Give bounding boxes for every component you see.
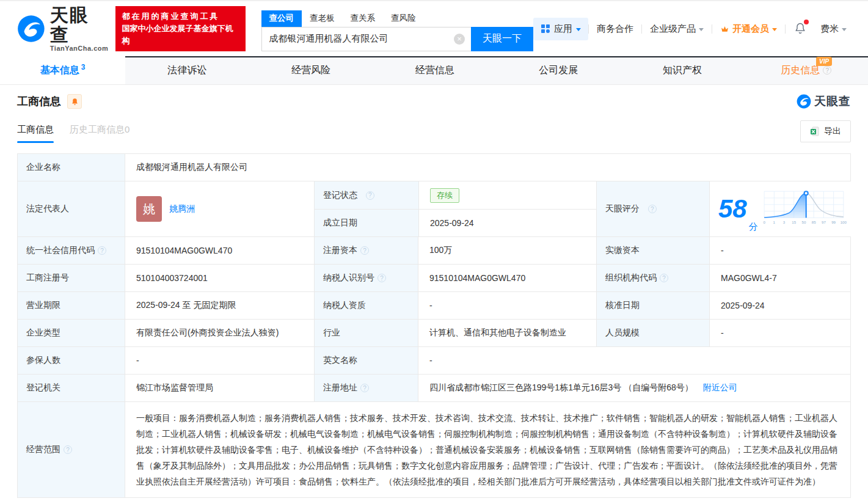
top-header: 天眼查 TianYanCha.com 都在用的商业查询工具 国家中小企业发展子基… <box>0 0 868 56</box>
history-label-wrap: 历史信息 VIP <box>781 64 820 77</box>
tianyancha-logo[interactable]: 天眼查 TianYanCha.com <box>17 5 108 52</box>
search-input-wrap: × <box>261 27 471 51</box>
insured-count-label: 参保人数 <box>18 347 125 374</box>
registration-authority-label: 登记机关 <box>18 375 125 401</box>
search-tab-relation[interactable]: 查关系 <box>343 10 384 27</box>
table-row: 经营范围? 一般项目：服务消费机器人制造；服务消费机器人销售；技术服务、技术开发… <box>18 401 850 497</box>
crown-icon <box>720 24 729 34</box>
svg-text:50: 50 <box>801 220 806 224</box>
subtab-history-business-info[interactable]: 历史工商信息0 <box>70 124 129 143</box>
watermark-text: 天眼查 <box>814 93 851 109</box>
help-icon[interactable]: ? <box>660 274 668 282</box>
help-icon[interactable]: ? <box>64 445 72 454</box>
tab-label: 经营风险 <box>291 64 330 77</box>
english-name-value: - <box>418 347 850 374</box>
english-name-label: 英文名称 <box>314 347 418 374</box>
table-row: 登记机关 锦江市场监督管理局 注册地址? 四川省成都市锦江区三色路199号1栋1… <box>18 374 850 401</box>
section-title: 工商信息 <box>17 94 61 109</box>
search-input[interactable] <box>261 27 471 51</box>
subtab-row: 工商信息 历史工商信息0 导出 <box>0 109 868 146</box>
table-row: 营业期限 2025-09-24 至 无固定期限 纳税人资质 - 核准日期 202… <box>18 291 850 319</box>
legal-rep-link[interactable]: 姚腾洲 <box>169 203 195 214</box>
org-code-label-cell: 组织机构代码? <box>596 265 709 291</box>
search-tab-risk[interactable]: 查风险 <box>383 10 424 27</box>
business-term-value: 2025-09-24 至 无固定期限 <box>125 292 314 319</box>
open-vip-label: 开通会员 <box>732 23 769 35</box>
help-icon[interactable]: ? <box>360 246 369 255</box>
table-row: 参保人数 - 英文名称 - <box>18 346 850 374</box>
help-icon[interactable]: ? <box>823 66 831 75</box>
notification-dot <box>804 20 809 24</box>
bell-icon <box>71 98 79 106</box>
open-vip-menu[interactable]: 开通会员 <box>712 23 785 35</box>
table-row: 工商注册号 510104003724001 纳税人识别号? 91510104MA… <box>18 264 850 291</box>
slogan-line2: 国家中小企业发展子基金旗下机构 <box>122 23 239 47</box>
tab-label: 经营信息 <box>415 64 454 77</box>
search-area: 查公司 查老板 查关系 查风险 × 天眼一下 <box>261 10 533 51</box>
chevron-down-icon <box>576 28 581 31</box>
header-right-menu: 应用 商务合作 企业级产品 开通会员 <box>533 18 855 40</box>
reg-status-label: 登记状态 <box>323 190 357 201</box>
help-icon[interactable]: ? <box>648 205 657 213</box>
insured-count-value: - <box>125 347 314 374</box>
help-icon[interactable]: ? <box>366 191 374 200</box>
business-info-table: 企业名称 成都银河通用机器人有限公司 法定代表人 姚 姚腾洲 登记状态 ? 存续… <box>17 153 851 498</box>
registration-authority-value: 锦江市场监督管理局 <box>125 375 314 401</box>
subscribe-bell-button[interactable] <box>67 94 82 109</box>
nearby-companies-link[interactable]: 附近公司 <box>703 382 737 393</box>
tab-operating-risk[interactable]: 经营风险 <box>249 56 373 84</box>
business-scope-label-cell: 经营范围? <box>18 402 125 497</box>
apps-menu-button[interactable]: 应用 <box>533 18 588 40</box>
chart-x-axis-labels: 0 1 3 15 50 85 97 99 100 <box>763 220 847 224</box>
company-name-value: 成都银河通用机器人有限公司 <box>125 154 850 181</box>
score-value: 58 <box>718 196 747 222</box>
paid-capital-value: - <box>709 237 850 264</box>
taxpayer-id-label-cell: 纳税人识别号? <box>314 265 418 291</box>
taxpayer-qualification-label: 纳税人资质 <box>314 292 418 319</box>
search-button[interactable]: 天眼一下 <box>471 27 533 51</box>
export-button[interactable]: 导出 <box>800 120 851 142</box>
avatar[interactable]: 姚 <box>136 196 162 222</box>
tab-history-info[interactable]: 历史信息 VIP ? <box>744 56 868 84</box>
taxpayer-id-label: 纳税人识别号 <box>323 272 374 283</box>
tab-basic-info[interactable]: 基本信息3 <box>0 56 125 84</box>
staff-size-value: - <box>709 320 850 346</box>
svg-text:15: 15 <box>792 220 796 224</box>
slogan-line1: 都在用的商业查询工具 <box>122 10 239 23</box>
score-cell[interactable]: 58 分 <box>709 181 851 236</box>
reg-status-value-cell: 存续 <box>418 181 596 209</box>
tab-company-development[interactable]: 公司发展 <box>497 56 621 84</box>
search-tab-company[interactable]: 查公司 <box>261 10 302 27</box>
tab-count-badge: 3 <box>81 63 86 71</box>
enterprise-products-menu[interactable]: 企业级产品 <box>642 23 712 35</box>
score-unit: 分 <box>749 221 758 233</box>
user-menu[interactable]: 费米 <box>812 23 855 35</box>
taxpayer-qualification-value: - <box>418 292 596 319</box>
legal-rep-label: 法定代表人 <box>18 181 125 236</box>
registered-address-label: 注册地址 <box>323 382 357 393</box>
tab-label: 法律诉讼 <box>167 64 206 77</box>
notifications-bell-button[interactable] <box>786 22 812 36</box>
registered-capital-label-cell: 注册资本? <box>314 237 418 264</box>
business-cooperation-link[interactable]: 商务合作 <box>589 23 641 35</box>
paid-capital-label: 实缴资本 <box>596 237 709 264</box>
tab-label: 公司发展 <box>539 64 578 77</box>
tianyancha-logo-icon <box>17 15 45 43</box>
tab-intellectual-property[interactable]: 知识产权 <box>621 56 745 84</box>
tab-operating-info[interactable]: 经营信息 <box>373 56 497 84</box>
clear-search-icon[interactable]: × <box>454 34 465 45</box>
help-icon[interactable]: ? <box>377 274 386 282</box>
search-tab-boss[interactable]: 查老板 <box>302 10 343 27</box>
tab-legal-proceedings[interactable]: 法律诉讼 <box>125 56 249 84</box>
help-icon[interactable]: ? <box>360 384 369 392</box>
org-code-value: MAG0GWL4-7 <box>709 265 850 291</box>
svg-text:3: 3 <box>783 220 786 224</box>
table-row: 企业类型 有限责任公司(外商投资企业法人独资) 行业 计算机、通信和其他电子设备… <box>18 319 850 346</box>
subtab-business-info[interactable]: 工商信息 <box>17 124 54 143</box>
tianyancha-watermark: 天眼查 <box>797 93 851 109</box>
score-marker-dot <box>804 191 808 195</box>
search-tabs: 查公司 查老板 查关系 查风险 <box>261 10 533 27</box>
taxpayer-id-value: 91510104MAG0GWL470 <box>418 265 596 291</box>
tab-label: 历史信息 <box>781 65 820 75</box>
help-icon[interactable]: ? <box>98 246 106 255</box>
